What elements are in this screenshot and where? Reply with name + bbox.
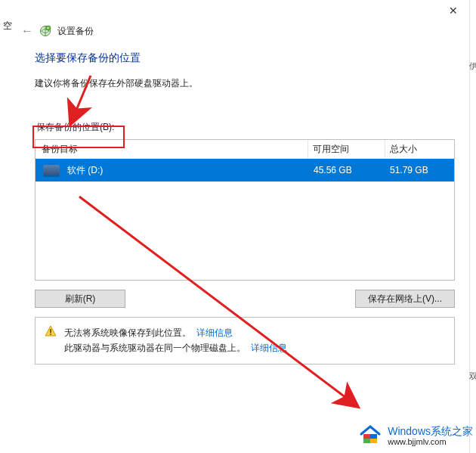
back-arrow-icon[interactable]: ← [21, 24, 33, 38]
svg-rect-2 [50, 329, 51, 333]
header-available[interactable]: 可用空间 [308, 140, 385, 158]
drive-row[interactable]: 软件 (D:) 45.56 GB 51.79 GB [36, 159, 454, 182]
warning-panel: 无法将系统映像保存到此位置。 详细信息 此驱动器与系统驱动器在同一个物理磁盘上。… [35, 317, 455, 365]
drive-list-header: 备份目标 可用空间 总大小 [36, 140, 454, 159]
left-fragment-text: 空 [3, 20, 12, 33]
hard-drive-icon [43, 165, 60, 175]
warning-text: 无法将系统映像保存到此位置。 详细信息 此驱动器与系统驱动器在同一个物理磁盘上。… [64, 325, 287, 356]
refresh-button[interactable]: 刷新(R) [35, 290, 125, 308]
header-total[interactable]: 总大小 [385, 140, 454, 158]
right-edge-marker: 双 [469, 371, 476, 382]
details-link-1[interactable]: 详细信息 [196, 327, 233, 338]
watermark: Windows系统之家 www.bjjmlv.com [357, 422, 473, 450]
save-location-label: 保存备份的位置(B): [35, 120, 116, 135]
globe-backup-icon [39, 25, 51, 37]
watermark-brand: Windows系统之家 [388, 426, 473, 437]
warning-line2: 此驱动器与系统驱动器在同一个物理磁盘上。 [64, 343, 246, 353]
close-icon: ✕ [449, 5, 458, 17]
svg-rect-10 [363, 434, 370, 439]
house-logo-icon [357, 422, 383, 450]
drive-available-text: 45.56 GB [309, 165, 385, 175]
watermark-url: www.bjjmlv.com [388, 437, 473, 446]
drive-name-text: 软件 (D:) [67, 164, 103, 177]
wizard-header: ← 设置备份 [14, 23, 476, 44]
instruction-heading: 选择要保存备份的位置 [35, 51, 455, 65]
instruction-subtext: 建议你将备份保存在外部硬盘驱动器上。 [35, 77, 455, 90]
save-on-network-button[interactable]: 保存在网络上(V)... [355, 290, 455, 308]
backup-wizard-window: ✕ ← 设置备份 选择要保存备份的位置 建议你将备份保存在外部硬盘驱动器上。 保… [14, 0, 476, 453]
details-link-2[interactable]: 详细信息 [251, 343, 287, 353]
button-row: 刷新(R) 保存在网络上(V)... [35, 290, 455, 308]
left-window-fragment: 空 [0, 0, 14, 453]
titlebar: ✕ [14, 0, 476, 23]
warning-line1: 无法将系统映像保存到此位置。 [64, 327, 191, 338]
drive-total-text: 51.79 GB [385, 165, 454, 175]
drive-list-body: 软件 (D:) 45.56 GB 51.79 GB [36, 159, 454, 280]
warning-icon [45, 325, 57, 337]
header-target[interactable]: 备份目标 [36, 140, 308, 158]
right-window-edge: 伊 双 [469, 0, 476, 453]
drive-list: 备份目标 可用空间 总大小 软件 (D:) 45.56 GB 51.79 GB [35, 139, 455, 281]
right-edge-marker: 伊 [469, 61, 476, 72]
close-button[interactable]: ✕ [438, 2, 468, 20]
svg-rect-11 [370, 434, 377, 439]
svg-rect-3 [50, 334, 51, 335]
wizard-title: 设置备份 [57, 25, 94, 38]
